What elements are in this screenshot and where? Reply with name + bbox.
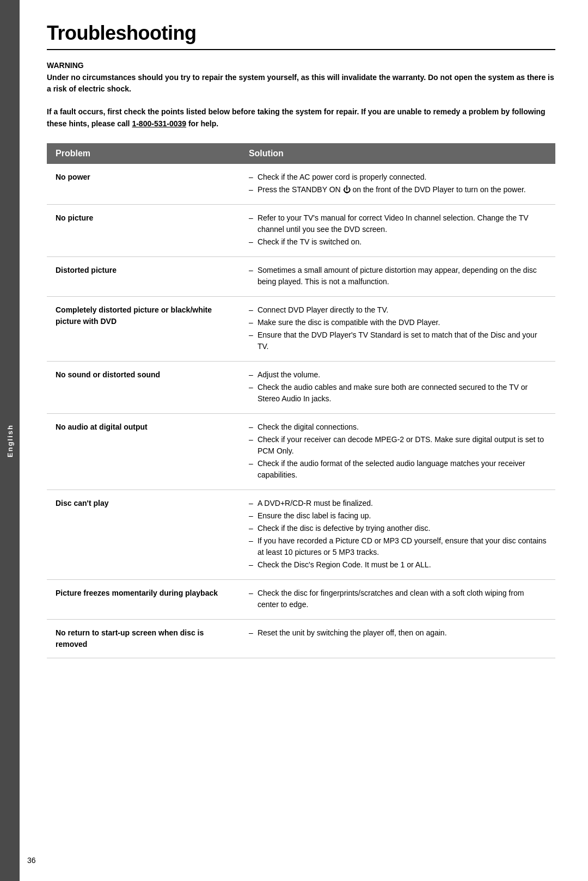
- solution-cell-0: Check if the AC power cord is properly c…: [240, 164, 555, 205]
- solution-cell-8: Reset the unit by switching the player o…: [240, 619, 555, 658]
- problem-cell-6: Disc can't play: [47, 490, 240, 579]
- warning-section: WARNING Under no circumstances should yo…: [47, 61, 555, 95]
- problem-cell-1: No picture: [47, 204, 240, 256]
- solution-item-1-0: Refer to your TV's manual for correct Vi…: [249, 212, 547, 235]
- solution-item-8-0: Reset the unit by switching the player o…: [249, 627, 547, 639]
- solution-item-5-1: Check if your receiver can decode MPEG-2…: [249, 434, 547, 457]
- solution-item-3-1: Make sure the disc is compatible with th…: [249, 317, 547, 328]
- solution-cell-2: Sometimes a small amount of picture dist…: [240, 256, 555, 296]
- solution-item-7-0: Check the disc for fingerprints/scratche…: [249, 588, 547, 610]
- problem-header: Problem: [47, 143, 240, 164]
- solution-item-3-0: Connect DVD Player directly to the TV.: [249, 304, 547, 316]
- main-content: Troubleshooting WARNING Under no circums…: [20, 0, 588, 881]
- problem-cell-8: No return to start-up screen when disc i…: [47, 619, 240, 658]
- solution-item-4-0: Adjust the volume.: [249, 369, 547, 381]
- warning-text: Under no circumstances should you try to…: [47, 72, 555, 95]
- solution-item-1-1: Check if the TV is switched on.: [249, 236, 547, 248]
- phone-link[interactable]: 1-800-531-0039: [132, 119, 186, 128]
- intro-text: If a fault occurs, first check the point…: [47, 106, 555, 130]
- solution-item-5-0: Check the digital connections.: [249, 421, 547, 433]
- problem-cell-2: Distorted picture: [47, 256, 240, 296]
- solution-cell-4: Adjust the volume.Check the audio cables…: [240, 361, 555, 413]
- problem-cell-3: Completely distorted picture or black/wh…: [47, 296, 240, 361]
- solution-item-3-2: Ensure that the DVD Player's TV Standard…: [249, 329, 547, 352]
- problem-cell-5: No audio at digital output: [47, 413, 240, 490]
- table-row: Distorted pictureSometimes a small amoun…: [47, 256, 555, 296]
- solution-cell-5: Check the digital connections.Check if y…: [240, 413, 555, 490]
- solution-cell-6: A DVD+R/CD-R must be finalized.Ensure th…: [240, 490, 555, 579]
- table-row: Disc can't playA DVD+R/CD-R must be fina…: [47, 490, 555, 579]
- solution-item-0-1: Press the STANDBY ON ⏻ on the front of t…: [249, 184, 547, 195]
- solution-item-5-2: Check if the audio format of the selecte…: [249, 458, 547, 481]
- title-divider: [47, 49, 555, 50]
- solution-cell-3: Connect DVD Player directly to the TV.Ma…: [240, 296, 555, 361]
- table-row: No audio at digital outputCheck the digi…: [47, 413, 555, 490]
- table-row: Completely distorted picture or black/wh…: [47, 296, 555, 361]
- solution-item-0-0: Check if the AC power cord is properly c…: [249, 172, 547, 183]
- problem-cell-4: No sound or distorted sound: [47, 361, 240, 413]
- intro-text-part2: for help.: [186, 119, 218, 128]
- problem-cell-0: No power: [47, 164, 240, 205]
- solution-item-2-0: Sometimes a small amount of picture dist…: [249, 265, 547, 287]
- sidebar: English: [0, 0, 20, 881]
- page-container: English Troubleshooting WARNING Under no…: [0, 0, 588, 881]
- table-row: No pictureRefer to your TV's manual for …: [47, 204, 555, 256]
- table-row: No powerCheck if the AC power cord is pr…: [47, 164, 555, 205]
- page-number: 36: [27, 856, 36, 865]
- table-row: No return to start-up screen when disc i…: [47, 619, 555, 658]
- solution-item-6-0: A DVD+R/CD-R must be finalized.: [249, 498, 547, 509]
- solution-item-6-2: Check if the disc is defective by trying…: [249, 523, 547, 534]
- solution-item-6-1: Ensure the disc label is facing up.: [249, 510, 547, 522]
- warning-label: WARNING: [47, 61, 555, 70]
- table-header-row: Problem Solution: [47, 143, 555, 164]
- problem-cell-7: Picture freezes momentarily during playb…: [47, 579, 240, 619]
- solution-header: Solution: [240, 143, 555, 164]
- solution-cell-1: Refer to your TV's manual for correct Vi…: [240, 204, 555, 256]
- table-row: Picture freezes momentarily during playb…: [47, 579, 555, 619]
- solution-item-4-1: Check the audio cables and make sure bot…: [249, 382, 547, 405]
- intro-text-part1: If a fault occurs, first check the point…: [47, 107, 546, 128]
- solution-cell-7: Check the disc for fingerprints/scratche…: [240, 579, 555, 619]
- troubleshooting-table: Problem Solution No powerCheck if the AC…: [47, 143, 555, 658]
- table-row: No sound or distorted soundAdjust the vo…: [47, 361, 555, 413]
- sidebar-label: English: [6, 424, 14, 457]
- solution-item-6-4: Check the Disc's Region Code. It must be…: [249, 559, 547, 571]
- solution-item-6-3: If you have recorded a Picture CD or MP3…: [249, 535, 547, 558]
- page-title: Troubleshooting: [47, 22, 555, 45]
